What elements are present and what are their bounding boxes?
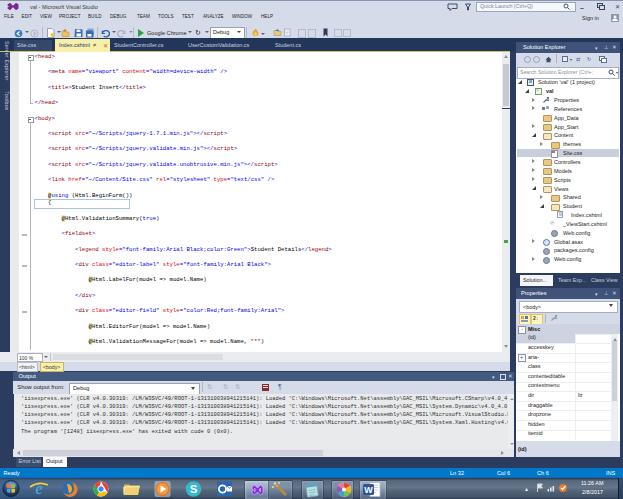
svg-text:e: e (35, 480, 42, 497)
svg-text:W: W (364, 485, 373, 495)
svg-text:S: S (190, 483, 198, 495)
